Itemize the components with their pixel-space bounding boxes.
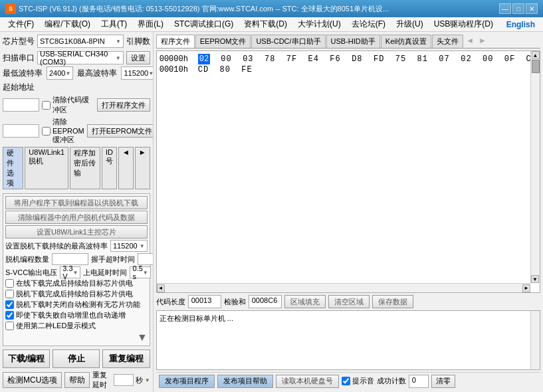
max-baud-setting-combo[interactable]: 115200 ▼ bbox=[110, 240, 148, 252]
right-tab-usb-hid[interactable]: USB-HID助手 bbox=[326, 35, 380, 48]
publish-help-button[interactable]: 发布项目帮助 bbox=[217, 375, 273, 388]
log-text: 正在检测目标单片机 ... bbox=[160, 314, 233, 322]
menu-upgrade[interactable]: 升级(U) bbox=[391, 17, 429, 31]
scroll-up-button[interactable]: ▲ bbox=[532, 51, 540, 59]
open-eeprom-file-button[interactable]: 打开EEPROM文件 bbox=[87, 124, 154, 138]
clear-count-button[interactable]: 清零 bbox=[431, 375, 455, 388]
menu-tools[interactable]: 工具(T) bbox=[96, 17, 132, 31]
scan-port-combo[interactable]: USB-SERIAL CH340 (COM3) ▼ bbox=[37, 51, 124, 64]
horizontal-scrollbar[interactable]: ◄ ► bbox=[157, 283, 530, 292]
help-button[interactable]: 帮助 bbox=[64, 372, 90, 388]
fill-area-button[interactable]: 区域填充 bbox=[284, 295, 326, 308]
window-title: STC-ISP (V6.91J) (服务电话/销售电话: 0513-550129… bbox=[19, 4, 389, 14]
set-u8w-button[interactable]: 设置U8W/Link1主控芯片 bbox=[5, 225, 148, 239]
hw-tab-encrypt[interactable]: 程序加密后传输 bbox=[70, 147, 100, 189]
clear-eeprom-checkbox[interactable]: 清除EEPROM缓冲区 bbox=[42, 117, 84, 145]
hw-tab-prev[interactable]: ◄ bbox=[118, 147, 134, 189]
hw-tab-next[interactable]: ► bbox=[135, 147, 150, 189]
checkbox-row-4: 使用第二种LED显示模式 bbox=[5, 321, 148, 331]
start-addr-label: 起始地址 bbox=[3, 82, 35, 93]
menu-program[interactable]: 编程/下载(O) bbox=[39, 17, 96, 31]
right-tab-usb-cdc[interactable]: USB-CDC/串口助手 bbox=[251, 35, 325, 48]
right-tab-scroll-left[interactable]: ◄ bbox=[464, 35, 476, 48]
right-tab-eeprom[interactable]: EEPROM文件 bbox=[195, 35, 251, 48]
vertical-scrollbar[interactable]: ▲ ▼ bbox=[530, 51, 540, 283]
menu-english[interactable]: English bbox=[501, 19, 540, 31]
checkbox-power-offline[interactable] bbox=[5, 290, 14, 298]
clear-code-checkbox[interactable]: 清除代码缓冲区 bbox=[42, 95, 94, 115]
clear-code-check[interactable] bbox=[42, 101, 51, 110]
checkbox-power-online[interactable] bbox=[5, 279, 14, 288]
scroll-down-icon[interactable]: ▼ bbox=[137, 332, 148, 343]
checkbox-auto-increment[interactable] bbox=[5, 311, 14, 320]
hw-tab-id[interactable]: ID号 bbox=[102, 147, 117, 189]
chevron-down-icon: ▼ bbox=[143, 270, 148, 276]
hex-addr-0: 00000h bbox=[160, 54, 193, 64]
addr1-input[interactable]: 0x0000 bbox=[3, 98, 39, 112]
show-tip-checkbox[interactable]: 提示音 bbox=[342, 376, 374, 386]
download-to-programmer-button[interactable]: 将用户程序下载到编程器以供脱机下载 bbox=[5, 196, 148, 209]
vcc-combo[interactable]: 3.3 V ▼ bbox=[60, 266, 80, 278]
hw-tab-u8w[interactable]: U8W/Link1脱机 bbox=[25, 147, 68, 189]
checkbox-no-chip-detect[interactable] bbox=[5, 300, 14, 309]
menu-stc-debug[interactable]: STC调试接口(G) bbox=[169, 17, 239, 31]
prog-count-label: 脱机编程数量 bbox=[5, 254, 49, 264]
handshake-input[interactable]: 0 bbox=[138, 253, 154, 265]
hw-tab-bar: 硬件选项 U8W/Link1脱机 程序加密后传输 ID号 ◄ ► bbox=[3, 147, 150, 189]
min-baud-combo[interactable]: 2400 ▼ bbox=[47, 66, 73, 80]
second-row-buttons: 检测MCU选项 帮助 重复延时 3 秒 ▼ bbox=[3, 370, 150, 390]
publish-prog-button[interactable]: 发布项目程序 bbox=[159, 375, 215, 388]
right-tab-header[interactable]: 头文件 bbox=[432, 35, 463, 48]
checkbox-led-mode[interactable] bbox=[5, 322, 14, 330]
delay-combo[interactable]: 0.5 s ▼ bbox=[130, 266, 150, 278]
menu-forum[interactable]: 去论坛(F) bbox=[346, 17, 391, 31]
open-prog-file-button[interactable]: 打开程序文件 bbox=[97, 98, 150, 112]
code-info-bar: 代码长度 00013 检验和 0008C6 区域填充 清空区域 保存数据 bbox=[156, 295, 540, 308]
chip-type-label: 芯片型号 bbox=[3, 36, 35, 47]
right-tab-keil[interactable]: Keil仿真设置 bbox=[381, 35, 431, 48]
code-length-value: 00013 bbox=[188, 295, 221, 308]
menu-file[interactable]: 文件(F) bbox=[3, 17, 39, 31]
menu-ui[interactable]: 界面(L) bbox=[132, 17, 169, 31]
show-tip-check[interactable] bbox=[342, 377, 350, 385]
addr2-input[interactable]: 0x0000 bbox=[3, 124, 39, 138]
hw-tab-hardware[interactable]: 硬件选项 bbox=[3, 147, 23, 189]
scroll-right-button[interactable]: ► bbox=[522, 284, 530, 292]
delay-input[interactable]: 3 bbox=[114, 374, 134, 386]
check-mcu-button[interactable]: 检测MCU选项 bbox=[3, 372, 62, 388]
scroll-left-button[interactable]: ◄ bbox=[157, 284, 165, 292]
close-button[interactable]: ✕ bbox=[526, 3, 538, 14]
right-tab-scroll-right[interactable]: ► bbox=[477, 35, 489, 48]
maximize-button[interactable]: □ bbox=[512, 3, 524, 14]
minimize-button[interactable]: — bbox=[499, 3, 511, 14]
max-baud-label: 最高波特率 bbox=[77, 68, 117, 79]
delay-label: 上电延时时间 bbox=[83, 268, 127, 278]
menu-download[interactable]: 资料下载(D) bbox=[239, 17, 292, 31]
chip-type-combo[interactable]: STC8G1K08A-8PIN ▼ bbox=[37, 35, 124, 48]
checksum-value: 0008C6 bbox=[249, 295, 282, 308]
scroll-thumb[interactable] bbox=[532, 60, 540, 73]
clear-eeprom-check[interactable] bbox=[42, 127, 51, 136]
menu-university[interactable]: 大学计划(U) bbox=[292, 17, 346, 31]
menu-usb[interactable]: USB驱动程序(D) bbox=[429, 17, 498, 31]
clear-area-button[interactable]: 清空区域 bbox=[328, 295, 370, 308]
reprogram-button[interactable]: 重复编程 bbox=[102, 349, 150, 368]
hex-line-0: 00000h 02 00 03 78 7F E4 F6 D8 FD 75 81 … bbox=[160, 54, 537, 64]
main-content: 芯片型号 STC8G1K08A-8PIN ▼ 引脚数 Auto ▼ 扫描串口 U… bbox=[0, 32, 543, 392]
log-scrollbar[interactable] bbox=[530, 311, 540, 369]
right-tab-prog[interactable]: 程序文件 bbox=[156, 35, 195, 48]
scroll-down-button[interactable]: ▼ bbox=[531, 275, 539, 283]
max-baud-combo[interactable]: 115200 ▼ bbox=[121, 66, 153, 80]
stop-button[interactable]: 停止 bbox=[53, 349, 100, 368]
read-hdd-button[interactable]: 读取本机硬盘号 bbox=[276, 375, 339, 388]
hardware-section: 将用户程序下载到编程器以供脱机下载 清除编程器中的用户脱机代码及数据 设置U8W… bbox=[3, 193, 150, 346]
prog-count-input[interactable]: 10000 bbox=[52, 253, 88, 265]
save-data-button[interactable]: 保存数据 bbox=[372, 295, 413, 308]
hex-byte-highlight: 02 bbox=[198, 54, 210, 64]
h-scroll-track bbox=[165, 286, 522, 291]
clear-programmer-button[interactable]: 清除编程器中的用户脱机代码及数据 bbox=[5, 211, 148, 224]
checkbox-row-1: 脱机下载完成后持续给目标芯片供电 bbox=[5, 289, 148, 299]
download-button[interactable]: 下载/编程 bbox=[3, 349, 50, 368]
scan-settings-button[interactable]: 设置 bbox=[126, 51, 150, 64]
start-addr-row: 起始地址 bbox=[3, 82, 150, 93]
